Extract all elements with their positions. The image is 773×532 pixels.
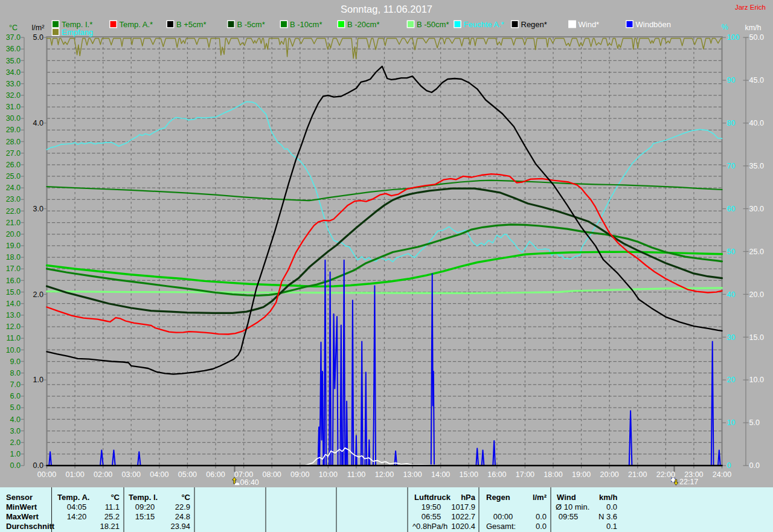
svg-text:Luftdruck: Luftdruck: [414, 493, 451, 502]
svg-text:Regen: Regen: [486, 493, 510, 502]
svg-text:17:00: 17:00: [516, 470, 534, 479]
svg-text:8.0: 8.0: [10, 369, 21, 377]
svg-text:31.0: 31.0: [6, 103, 21, 111]
svg-text:22:17: 22:17: [679, 478, 698, 486]
svg-text:Wind*: Wind*: [579, 20, 600, 29]
svg-text:MaxWert: MaxWert: [6, 512, 39, 521]
svg-text:0.0: 0.0: [536, 512, 547, 521]
svg-text:100: 100: [727, 33, 740, 42]
svg-text:33.0: 33.0: [6, 80, 21, 88]
svg-text:21:00: 21:00: [628, 470, 647, 479]
svg-text:17.0: 17.0: [6, 264, 21, 273]
svg-text:25.0: 25.0: [749, 248, 764, 256]
svg-text:%: %: [721, 23, 728, 31]
svg-text:24.0: 24.0: [6, 184, 21, 192]
svg-text:16:00: 16:00: [487, 470, 506, 479]
svg-text:11:00: 11:00: [347, 470, 365, 479]
svg-text:5.0: 5.0: [749, 418, 760, 427]
svg-text:^0.8hPa/h: ^0.8hPa/h: [412, 522, 447, 531]
svg-text:l/m²: l/m²: [533, 493, 547, 502]
svg-text:09:20: 09:20: [135, 502, 155, 511]
svg-text:24:00: 24:00: [713, 470, 731, 479]
svg-text:7.0: 7.0: [10, 380, 21, 389]
svg-text:2.0: 2.0: [33, 290, 43, 299]
svg-text:04:00: 04:00: [150, 470, 168, 479]
svg-text:5.0: 5.0: [10, 403, 21, 412]
svg-text:1022.7: 1022.7: [451, 512, 475, 521]
svg-text:20.0: 20.0: [6, 230, 21, 239]
svg-text:06:40: 06:40: [240, 478, 259, 487]
svg-text:Temp. A.: Temp. A.: [57, 493, 89, 502]
svg-text:19:50: 19:50: [422, 502, 441, 511]
svg-text:hPa: hPa: [461, 493, 476, 502]
svg-text:Jarz Erich: Jarz Erich: [735, 4, 766, 11]
svg-text:06:55: 06:55: [422, 512, 441, 521]
svg-text:2.0: 2.0: [10, 438, 21, 447]
svg-text:14:00: 14:00: [431, 470, 450, 479]
svg-text:B -10cm*: B -10cm*: [290, 20, 322, 29]
svg-text:1020.4: 1020.4: [451, 522, 475, 531]
svg-text:37.0: 37.0: [6, 33, 21, 42]
svg-text:10: 10: [727, 418, 736, 427]
svg-text:27.0: 27.0: [6, 149, 21, 158]
svg-text:19.0: 19.0: [6, 242, 21, 250]
svg-text:0.0: 0.0: [536, 522, 547, 531]
svg-text:12.0: 12.0: [6, 322, 21, 331]
svg-text:Gesamt:: Gesamt:: [486, 522, 516, 531]
svg-text:25.0: 25.0: [6, 172, 21, 181]
svg-text:70: 70: [727, 162, 736, 170]
svg-text:16.0: 16.0: [6, 277, 21, 285]
svg-text:14.0: 14.0: [6, 300, 21, 308]
svg-text:6.0: 6.0: [10, 392, 21, 400]
svg-text:18:00: 18:00: [544, 470, 562, 479]
svg-text:Ø 10 min.: Ø 10 min.: [556, 502, 589, 511]
svg-text:12:00: 12:00: [375, 470, 394, 479]
svg-text:Regen*: Regen*: [521, 20, 547, 29]
svg-text:0.0: 0.0: [33, 461, 43, 470]
svg-text:Temp. A.*: Temp. A.*: [120, 20, 153, 29]
svg-text:km/h: km/h: [745, 24, 761, 32]
svg-text:29.0: 29.0: [6, 126, 21, 134]
svg-text:0.1: 0.1: [606, 522, 617, 531]
svg-text:Wind: Wind: [557, 493, 576, 502]
svg-text:0.0: 0.0: [10, 461, 21, 470]
svg-text:25.2: 25.2: [104, 512, 120, 521]
svg-text:30.0: 30.0: [6, 114, 21, 123]
svg-text:18.21: 18.21: [100, 522, 120, 531]
svg-text:1.0: 1.0: [10, 450, 21, 458]
svg-text:21.0: 21.0: [6, 219, 21, 227]
svg-text:35.0: 35.0: [749, 162, 764, 170]
svg-text:Empfang: Empfang: [62, 28, 93, 37]
svg-text:°C: °C: [111, 493, 120, 502]
svg-text:26.0: 26.0: [6, 161, 21, 169]
svg-text:30: 30: [727, 333, 736, 342]
svg-text:19:00: 19:00: [572, 470, 591, 479]
svg-text:15.0: 15.0: [6, 288, 21, 296]
svg-text:23.0: 23.0: [6, 195, 21, 204]
svg-text:10.0: 10.0: [749, 376, 764, 384]
svg-text:80: 80: [727, 119, 736, 127]
svg-text:0: 0: [727, 461, 731, 470]
svg-text:Sensor: Sensor: [6, 493, 33, 502]
svg-text:14:20: 14:20: [67, 512, 87, 521]
svg-text:07:00: 07:00: [234, 470, 253, 479]
svg-text:MinWert: MinWert: [6, 502, 37, 511]
svg-text:Feuchte A.*: Feuchte A.*: [464, 20, 504, 29]
svg-text:10.0: 10.0: [6, 346, 21, 354]
svg-text:°C: °C: [9, 24, 18, 32]
svg-text:00:00: 00:00: [493, 512, 513, 521]
svg-text:Temp. I.: Temp. I.: [129, 493, 158, 502]
svg-text:15.0: 15.0: [749, 333, 764, 342]
svg-text:3.0: 3.0: [10, 427, 21, 435]
svg-text:Sonntag, 11.06.2017: Sonntag, 11.06.2017: [341, 4, 432, 14]
svg-text:20: 20: [727, 376, 736, 384]
svg-text:30.0: 30.0: [749, 205, 764, 213]
svg-text:20:00: 20:00: [600, 470, 619, 479]
svg-text:N 3.6: N 3.6: [598, 512, 617, 521]
svg-text:15:00: 15:00: [460, 470, 478, 479]
svg-text:28.0: 28.0: [6, 138, 21, 146]
svg-text:06:00: 06:00: [206, 470, 225, 479]
svg-text:4.0: 4.0: [33, 119, 43, 127]
svg-text:Durchschnitt: Durchschnitt: [6, 522, 55, 531]
svg-text:4.0: 4.0: [10, 415, 21, 424]
